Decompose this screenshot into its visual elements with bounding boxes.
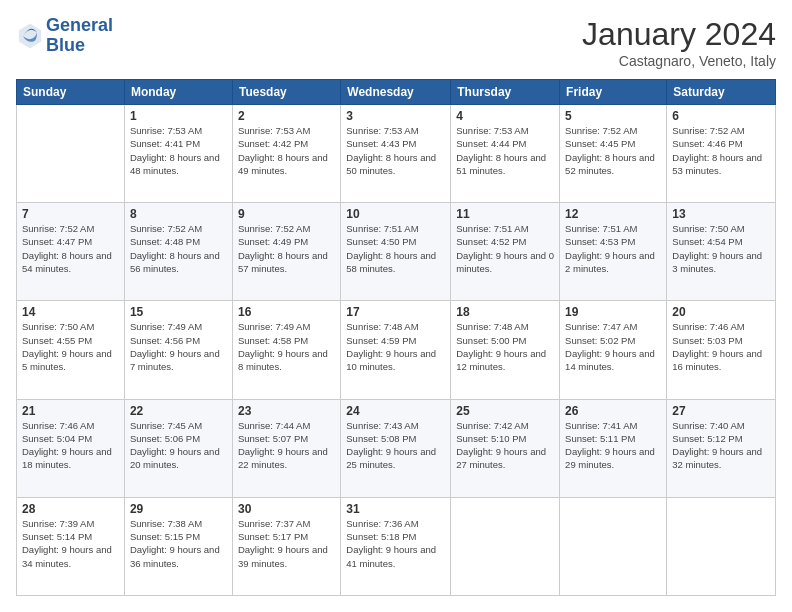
day-number: 18 [456,305,554,319]
calendar-week-4: 21Sunrise: 7:46 AMSunset: 5:04 PMDayligh… [17,399,776,497]
calendar-cell: 13Sunrise: 7:50 AMSunset: 4:54 PMDayligh… [667,203,776,301]
calendar-cell: 4Sunrise: 7:53 AMSunset: 4:44 PMDaylight… [451,105,560,203]
day-number: 9 [238,207,335,221]
day-info: Sunrise: 7:41 AMSunset: 5:11 PMDaylight:… [565,419,661,472]
calendar-cell: 2Sunrise: 7:53 AMSunset: 4:42 PMDaylight… [232,105,340,203]
day-number: 1 [130,109,227,123]
calendar-cell: 20Sunrise: 7:46 AMSunset: 5:03 PMDayligh… [667,301,776,399]
day-info: Sunrise: 7:49 AMSunset: 4:58 PMDaylight:… [238,320,335,373]
location-subtitle: Castagnaro, Veneto, Italy [582,53,776,69]
day-header-thursday: Thursday [451,80,560,105]
calendar-cell: 24Sunrise: 7:43 AMSunset: 5:08 PMDayligh… [341,399,451,497]
day-number: 3 [346,109,445,123]
day-info: Sunrise: 7:52 AMSunset: 4:47 PMDaylight:… [22,222,119,275]
day-header-friday: Friday [560,80,667,105]
day-number: 22 [130,404,227,418]
day-info: Sunrise: 7:48 AMSunset: 5:00 PMDaylight:… [456,320,554,373]
logo-line1: General [46,16,113,36]
calendar-cell: 3Sunrise: 7:53 AMSunset: 4:43 PMDaylight… [341,105,451,203]
page: General Blue January 2024 Castagnaro, Ve… [0,0,792,612]
day-info: Sunrise: 7:36 AMSunset: 5:18 PMDaylight:… [346,517,445,570]
day-info: Sunrise: 7:45 AMSunset: 5:06 PMDaylight:… [130,419,227,472]
calendar-cell: 26Sunrise: 7:41 AMSunset: 5:11 PMDayligh… [560,399,667,497]
day-number: 8 [130,207,227,221]
calendar-cell: 7Sunrise: 7:52 AMSunset: 4:47 PMDaylight… [17,203,125,301]
day-number: 20 [672,305,770,319]
calendar-cell: 10Sunrise: 7:51 AMSunset: 4:50 PMDayligh… [341,203,451,301]
day-info: Sunrise: 7:51 AMSunset: 4:52 PMDaylight:… [456,222,554,275]
day-number: 26 [565,404,661,418]
day-info: Sunrise: 7:53 AMSunset: 4:41 PMDaylight:… [130,124,227,177]
day-number: 5 [565,109,661,123]
header: General Blue January 2024 Castagnaro, Ve… [16,16,776,69]
day-number: 23 [238,404,335,418]
day-number: 24 [346,404,445,418]
day-info: Sunrise: 7:51 AMSunset: 4:53 PMDaylight:… [565,222,661,275]
title-block: January 2024 Castagnaro, Veneto, Italy [582,16,776,69]
calendar-cell: 23Sunrise: 7:44 AMSunset: 5:07 PMDayligh… [232,399,340,497]
calendar-cell: 8Sunrise: 7:52 AMSunset: 4:48 PMDaylight… [124,203,232,301]
day-info: Sunrise: 7:43 AMSunset: 5:08 PMDaylight:… [346,419,445,472]
day-info: Sunrise: 7:42 AMSunset: 5:10 PMDaylight:… [456,419,554,472]
day-info: Sunrise: 7:52 AMSunset: 4:45 PMDaylight:… [565,124,661,177]
calendar-week-5: 28Sunrise: 7:39 AMSunset: 5:14 PMDayligh… [17,497,776,595]
day-number: 11 [456,207,554,221]
day-number: 27 [672,404,770,418]
calendar-cell: 16Sunrise: 7:49 AMSunset: 4:58 PMDayligh… [232,301,340,399]
calendar-cell: 18Sunrise: 7:48 AMSunset: 5:00 PMDayligh… [451,301,560,399]
day-number: 2 [238,109,335,123]
day-number: 15 [130,305,227,319]
day-number: 4 [456,109,554,123]
calendar-cell: 5Sunrise: 7:52 AMSunset: 4:45 PMDaylight… [560,105,667,203]
calendar-cell: 12Sunrise: 7:51 AMSunset: 4:53 PMDayligh… [560,203,667,301]
day-info: Sunrise: 7:53 AMSunset: 4:43 PMDaylight:… [346,124,445,177]
day-number: 29 [130,502,227,516]
day-info: Sunrise: 7:52 AMSunset: 4:46 PMDaylight:… [672,124,770,177]
day-number: 7 [22,207,119,221]
day-info: Sunrise: 7:52 AMSunset: 4:49 PMDaylight:… [238,222,335,275]
calendar-cell: 17Sunrise: 7:48 AMSunset: 4:59 PMDayligh… [341,301,451,399]
calendar-cell: 9Sunrise: 7:52 AMSunset: 4:49 PMDaylight… [232,203,340,301]
calendar-week-2: 7Sunrise: 7:52 AMSunset: 4:47 PMDaylight… [17,203,776,301]
calendar-cell [451,497,560,595]
day-info: Sunrise: 7:44 AMSunset: 5:07 PMDaylight:… [238,419,335,472]
calendar-cell: 31Sunrise: 7:36 AMSunset: 5:18 PMDayligh… [341,497,451,595]
day-number: 19 [565,305,661,319]
month-title: January 2024 [582,16,776,53]
calendar-cell [17,105,125,203]
day-header-sunday: Sunday [17,80,125,105]
calendar-cell: 30Sunrise: 7:37 AMSunset: 5:17 PMDayligh… [232,497,340,595]
day-header-saturday: Saturday [667,80,776,105]
calendar-week-1: 1Sunrise: 7:53 AMSunset: 4:41 PMDaylight… [17,105,776,203]
calendar-cell [560,497,667,595]
calendar-cell: 27Sunrise: 7:40 AMSunset: 5:12 PMDayligh… [667,399,776,497]
day-number: 17 [346,305,445,319]
calendar-week-3: 14Sunrise: 7:50 AMSunset: 4:55 PMDayligh… [17,301,776,399]
day-number: 28 [22,502,119,516]
calendar-cell: 28Sunrise: 7:39 AMSunset: 5:14 PMDayligh… [17,497,125,595]
day-number: 16 [238,305,335,319]
day-info: Sunrise: 7:52 AMSunset: 4:48 PMDaylight:… [130,222,227,275]
day-header-tuesday: Tuesday [232,80,340,105]
calendar-cell: 11Sunrise: 7:51 AMSunset: 4:52 PMDayligh… [451,203,560,301]
day-number: 10 [346,207,445,221]
day-info: Sunrise: 7:53 AMSunset: 4:44 PMDaylight:… [456,124,554,177]
day-info: Sunrise: 7:50 AMSunset: 4:55 PMDaylight:… [22,320,119,373]
calendar-cell: 29Sunrise: 7:38 AMSunset: 5:15 PMDayligh… [124,497,232,595]
logo: General Blue [16,16,113,56]
day-info: Sunrise: 7:39 AMSunset: 5:14 PMDaylight:… [22,517,119,570]
calendar-header-row: SundayMondayTuesdayWednesdayThursdayFrid… [17,80,776,105]
day-number: 25 [456,404,554,418]
day-number: 14 [22,305,119,319]
day-number: 6 [672,109,770,123]
day-info: Sunrise: 7:50 AMSunset: 4:54 PMDaylight:… [672,222,770,275]
calendar-cell [667,497,776,595]
day-number: 30 [238,502,335,516]
day-info: Sunrise: 7:37 AMSunset: 5:17 PMDaylight:… [238,517,335,570]
logo-icon [16,22,44,50]
day-info: Sunrise: 7:40 AMSunset: 5:12 PMDaylight:… [672,419,770,472]
day-number: 13 [672,207,770,221]
day-info: Sunrise: 7:47 AMSunset: 5:02 PMDaylight:… [565,320,661,373]
day-number: 31 [346,502,445,516]
day-info: Sunrise: 7:38 AMSunset: 5:15 PMDaylight:… [130,517,227,570]
